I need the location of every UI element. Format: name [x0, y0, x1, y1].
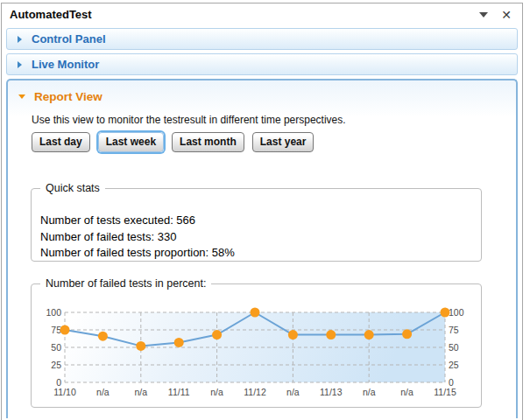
svg-text:11/10: 11/10 — [53, 387, 76, 397]
chevron-right-icon — [18, 36, 22, 43]
svg-text:n/a: n/a — [400, 387, 413, 397]
svg-text:n/a: n/a — [134, 387, 147, 397]
svg-text:11/11: 11/11 — [168, 387, 190, 397]
svg-text:25: 25 — [51, 360, 61, 370]
svg-text:75: 75 — [51, 325, 61, 335]
svg-text:25: 25 — [449, 360, 459, 370]
view-titlebar: AutomatedTest ✕ — [2, 4, 522, 25]
failed-tests-chart-svg: 0025255050757510010011/10n/an/a11/11n/a1… — [35, 304, 477, 402]
svg-text:n/a: n/a — [96, 387, 110, 397]
svg-text:0: 0 — [56, 377, 61, 388]
section-label: Report View — [34, 90, 102, 103]
close-icon[interactable]: ✕ — [501, 9, 512, 21]
last-month-button[interactable]: Last month — [172, 132, 244, 152]
quick-stats-groupbox: Quick stats Number of tests executed: 56… — [31, 188, 482, 262]
section-report-view-panel: Report View Use this view to monitor the… — [6, 79, 518, 418]
last-year-button[interactable]: Last year — [252, 132, 314, 152]
svg-text:50: 50 — [449, 342, 459, 353]
section-control-panel[interactable]: Control Panel — [6, 28, 518, 50]
svg-text:n/a: n/a — [363, 387, 376, 397]
last-day-button[interactable]: Last day — [32, 132, 90, 152]
quick-stats-title: Quick stats — [40, 182, 105, 194]
svg-text:n/a: n/a — [286, 387, 300, 397]
svg-text:100: 100 — [46, 307, 61, 318]
svg-text:11/15: 11/15 — [434, 387, 456, 397]
section-label: Live Monitor — [32, 58, 99, 71]
svg-text:0: 0 — [449, 377, 454, 388]
time-range-buttons: Last day Last week Last month Last year — [32, 132, 314, 152]
stat-tests-executed: Number of tests executed: 566 — [40, 213, 481, 229]
svg-text:50: 50 — [51, 342, 61, 353]
section-label: Control Panel — [32, 32, 106, 46]
section-live-monitor[interactable]: Live Monitor — [6, 53, 518, 75]
svg-text:100: 100 — [449, 307, 464, 318]
accordion-sections: Control Panel Live Monitor Report View U… — [2, 25, 522, 418]
report-description: Use this view to monitor the testresult … — [32, 114, 346, 126]
section-report-view-header[interactable]: Report View — [8, 80, 516, 106]
svg-text:n/a: n/a — [210, 387, 223, 397]
last-week-button[interactable]: Last week — [98, 132, 164, 152]
failed-tests-chart-groupbox: Number of failed tests in percent: 00252… — [31, 284, 482, 408]
stat-failed-tests: Number of failed tests: 330 — [40, 229, 481, 246]
chevron-right-icon — [18, 61, 22, 68]
stat-failed-proportion: Number of failed tests proportion: 58% — [40, 245, 481, 262]
view-title: AutomatedTest — [10, 8, 479, 21]
failed-tests-line-chart: 0025255050757510010011/10n/an/a11/11n/a1… — [35, 304, 477, 402]
chart-title: Number of failed tests in percent: — [40, 277, 211, 290]
view-menu-dropdown-icon[interactable] — [479, 12, 488, 18]
svg-text:11/12: 11/12 — [244, 387, 266, 397]
automated-test-view: AutomatedTest ✕ Control Panel Live Monit… — [1, 3, 523, 420]
svg-text:11/13: 11/13 — [320, 387, 343, 397]
svg-text:75: 75 — [449, 325, 459, 335]
chevron-down-icon — [18, 94, 25, 99]
